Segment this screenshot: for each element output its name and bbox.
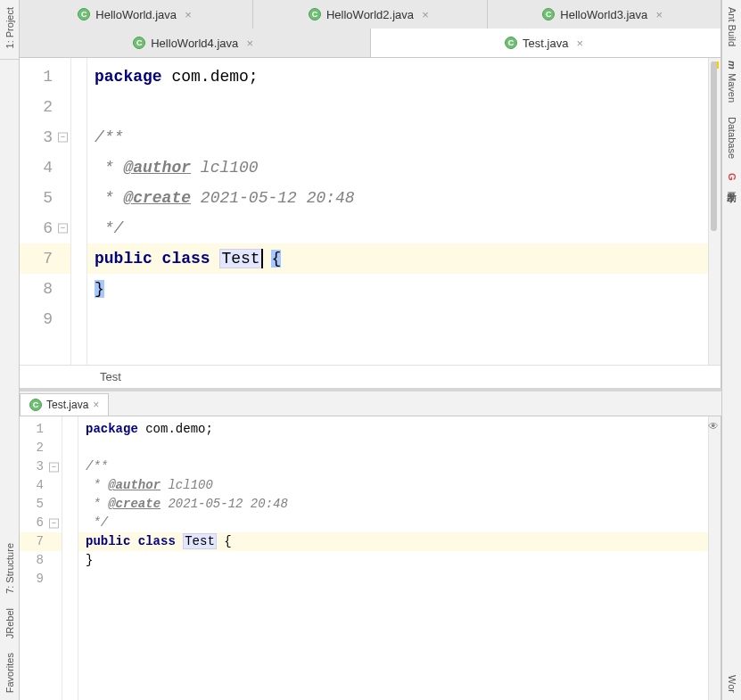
tool-work[interactable]: Wor xyxy=(727,668,737,700)
line-number[interactable]: 6− xyxy=(20,213,70,243)
code-area-top[interactable]: 123−456−789 package com.demo;/** * @auth… xyxy=(20,58,720,365)
code-bottom[interactable]: package com.demo;/** * @author lcl100 * … xyxy=(78,416,708,700)
editor-tab[interactable]: CTest.java× xyxy=(371,29,722,57)
code-line[interactable]: */ xyxy=(95,213,701,243)
inspection-eye-icon[interactable]: 👁 xyxy=(708,420,719,433)
class-icon: C xyxy=(505,37,517,49)
code-line[interactable]: */ xyxy=(86,514,701,532)
code-line[interactable] xyxy=(95,304,701,334)
line-number[interactable]: 4 xyxy=(20,476,62,495)
editor-top: 123−456−789 package com.demo;/** * @auth… xyxy=(20,58,721,388)
code-line[interactable]: * @author lcl100 xyxy=(86,476,701,495)
gutter-bottom[interactable]: 123−456−789 xyxy=(20,416,62,700)
line-number[interactable]: 4 xyxy=(20,152,70,183)
line-number[interactable]: 7 xyxy=(20,243,70,274)
class-icon: C xyxy=(309,8,321,21)
line-number[interactable]: 2 xyxy=(20,92,70,122)
scrollbar-thumb[interactable] xyxy=(711,62,717,231)
close-icon[interactable]: × xyxy=(93,399,99,411)
editor-tab[interactable]: CHelloWorld2.java× xyxy=(253,0,487,29)
class-icon: C xyxy=(542,8,555,21)
code-line[interactable] xyxy=(95,92,701,122)
split-tab-label: Test.java xyxy=(46,399,88,411)
left-tool-rail: 1: Project 7: Structure JRebel Favorites xyxy=(0,0,20,700)
tool-jrebel[interactable]: JRebel xyxy=(4,601,15,646)
class-icon: C xyxy=(133,37,145,49)
tab-label: HelloWorld4.java xyxy=(151,37,238,50)
editor-tab[interactable]: CHelloWorld3.java× xyxy=(488,0,721,29)
line-number[interactable]: 3− xyxy=(20,457,62,476)
code-line[interactable]: package com.demo; xyxy=(86,420,701,439)
rail-separator xyxy=(0,59,19,60)
tab-label: Test.java xyxy=(523,37,568,50)
class-icon: C xyxy=(29,399,42,411)
code-area-bottom[interactable]: 123−456−789 package com.demo;/** * @auth… xyxy=(20,416,720,700)
code-top[interactable]: package com.demo;/** * @author lcl100 * … xyxy=(87,58,708,365)
tab-label: HelloWorld2.java xyxy=(326,8,414,21)
close-icon[interactable]: × xyxy=(653,8,665,21)
split-editor-tabstrip: C Test.java × xyxy=(20,391,721,416)
editor-tab[interactable]: CHelloWorld.java× xyxy=(20,0,253,29)
gutter-extra-top xyxy=(71,58,87,365)
line-number[interactable]: 8 xyxy=(20,551,62,570)
class-icon: C xyxy=(78,8,90,21)
fold-end-icon[interactable]: − xyxy=(58,224,68,234)
breadcrumb-bar[interactable]: Test xyxy=(20,365,720,388)
error-stripe-top[interactable] xyxy=(708,58,720,365)
editor-area: CHelloWorld.java×CHelloWorld2.java×CHell… xyxy=(20,0,721,700)
tool-database[interactable]: Database xyxy=(727,110,737,166)
line-number[interactable]: 5 xyxy=(20,495,62,514)
line-number[interactable]: 1 xyxy=(20,62,70,92)
line-number[interactable]: 2 xyxy=(20,439,62,457)
gutter-top[interactable]: 123−456−789 xyxy=(20,58,71,365)
tool-maven[interactable]: m Maven xyxy=(727,54,737,110)
tool-ant-build[interactable]: Ant Build xyxy=(727,0,737,54)
line-number[interactable]: 8 xyxy=(20,274,70,304)
fold-end-icon[interactable]: − xyxy=(49,518,59,528)
close-icon[interactable]: × xyxy=(419,8,432,21)
split-tab-test[interactable]: C Test.java × xyxy=(20,393,109,416)
code-line[interactable]: /** xyxy=(86,457,701,476)
code-line[interactable]: public class Test { xyxy=(86,532,701,551)
close-icon[interactable]: × xyxy=(243,37,256,50)
line-number[interactable]: 3− xyxy=(20,122,70,152)
tool-favorites[interactable]: Favorites xyxy=(4,646,15,700)
code-line[interactable]: * @create 2021-05-12 20:48 xyxy=(86,495,701,514)
line-number[interactable]: 7 xyxy=(20,532,62,551)
line-number[interactable]: 1 xyxy=(20,420,62,439)
tool-project[interactable]: 1: Project xyxy=(4,0,15,55)
close-icon[interactable]: × xyxy=(573,37,586,50)
line-number[interactable]: 9 xyxy=(20,304,70,334)
code-line[interactable]: package com.demo; xyxy=(95,62,701,92)
code-line[interactable]: } xyxy=(86,551,701,570)
tool-dev-assistant[interactable]: G 开发助手 xyxy=(725,166,738,192)
fold-start-icon[interactable]: − xyxy=(58,133,68,143)
tab-label: HelloWorld.java xyxy=(95,8,177,21)
editor-tab[interactable]: CHelloWorld4.java× xyxy=(20,29,371,57)
editor-tabstrip: CHelloWorld.java×CHelloWorld2.java×CHell… xyxy=(20,0,721,58)
line-number[interactable]: 5 xyxy=(20,183,70,213)
gutter-extra-bottom xyxy=(62,416,78,700)
code-line[interactable]: * @create 2021-05-12 20:48 xyxy=(95,183,701,213)
tool-structure[interactable]: 7: Structure xyxy=(4,536,15,601)
breadcrumb-item[interactable]: Test xyxy=(100,370,121,383)
editor-bottom: 123−456−789 package com.demo;/** * @auth… xyxy=(20,416,721,700)
code-line[interactable] xyxy=(86,439,701,457)
tab-label: HelloWorld3.java xyxy=(560,8,647,21)
error-stripe-bottom[interactable]: 👁 xyxy=(708,416,720,700)
close-icon[interactable]: × xyxy=(182,8,194,21)
code-line[interactable]: public class Test { xyxy=(95,243,701,274)
line-number[interactable]: 6− xyxy=(20,514,62,532)
code-line[interactable]: /** xyxy=(95,122,701,152)
code-line[interactable]: } xyxy=(95,274,701,304)
code-line[interactable] xyxy=(86,570,701,589)
right-tool-rail: Ant Build m Maven Database G 开发助手 Wor xyxy=(721,0,741,700)
fold-start-icon[interactable]: − xyxy=(49,462,59,472)
code-line[interactable]: * @author lcl100 xyxy=(95,152,701,183)
line-number[interactable]: 9 xyxy=(20,570,62,589)
